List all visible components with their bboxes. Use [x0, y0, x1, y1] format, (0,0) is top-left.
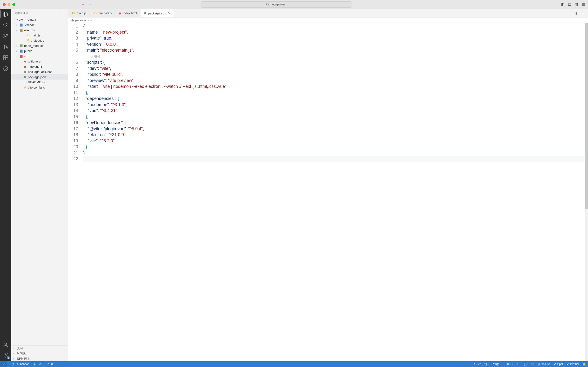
status-prettier[interactable]: ✓Prettier: [567, 362, 579, 366]
svg-point-6: [7, 34, 8, 35]
svg-rect-8: [4, 56, 5, 58]
maximize-window-button[interactable]: [12, 3, 15, 6]
tree-folder-electron[interactable]: ⌄▇electron: [11, 27, 68, 33]
section-npm-scripts[interactable]: ›NPM 脚本: [11, 356, 68, 361]
activity-explorer[interactable]: [2, 11, 9, 17]
titlebar: ← → new-project ◧ ⬓ ◨ ▦: [0, 0, 588, 9]
breadcrumb[interactable]: ⬣ package.json › ...: [68, 17, 588, 23]
search-label: new-project: [271, 3, 286, 6]
minimap-scrollbar[interactable]: [585, 23, 588, 361]
close-tab-button[interactable]: ✕: [168, 11, 171, 15]
titlebar-right: ◧ ⬓ ◨ ▦: [561, 2, 585, 7]
status-cursor-position[interactable]: 行 22，列 1: [474, 362, 489, 366]
tree-folder-vscode[interactable]: ›▇.vscode: [11, 22, 68, 27]
tree-file-vite-config[interactable]: ⚡vite.config.js: [11, 85, 68, 90]
tree-file-gitignore[interactable]: ◆.gitignore: [11, 59, 68, 64]
svg-line-3: [6, 26, 8, 27]
status-bar: Launchpad ⓧ0 ⚠0 ᯤ0 行 22，列 1 空格: 2 UTF-8 …: [0, 361, 588, 367]
svg-point-7: [6, 47, 8, 49]
window-controls: [3, 3, 15, 6]
svg-rect-10: [6, 58, 8, 60]
layout-sidebar-right-icon[interactable]: ◨: [575, 2, 578, 7]
close-window-button[interactable]: [3, 3, 6, 6]
braces-icon: { }: [523, 362, 525, 366]
activity-scm[interactable]: [2, 33, 9, 39]
svg-point-13: [5, 68, 6, 69]
tab-index-html[interactable]: ◼index.html: [115, 9, 140, 17]
tab-preload-js[interactable]: JSpreload.js: [90, 9, 115, 17]
json-file-icon: ⬣: [72, 19, 74, 22]
svg-line-1: [268, 5, 269, 6]
editor-actions: ◫ ···: [572, 9, 588, 17]
code-editor[interactable]: 12345678910111213141516171819202122 { "n…: [68, 23, 588, 361]
tab-main-js[interactable]: JSmain.js: [68, 9, 90, 17]
section-timeline[interactable]: ›时间线: [11, 351, 68, 356]
check-icon: ✓: [567, 362, 569, 366]
status-eol[interactable]: LF: [516, 362, 519, 366]
status-encoding[interactable]: UTF-8: [505, 362, 513, 366]
sidebar-more-button[interactable]: ···: [61, 11, 65, 15]
tab-package-json[interactable]: ⬣package.json✕: [140, 9, 175, 17]
svg-point-5: [4, 37, 5, 38]
tree-root[interactable]: ⌄NEW-PROJECT: [11, 17, 68, 22]
tree-folder-public[interactable]: ›▇public: [11, 48, 68, 53]
tree-folder-node-modules[interactable]: ›▇node_modules: [11, 43, 68, 48]
sidebar-header: 资源管理器 ···: [11, 9, 68, 17]
account-icon: [3, 342, 8, 348]
activity-extensions[interactable]: [2, 54, 9, 61]
editor-more-icon[interactable]: ···: [582, 11, 585, 15]
activity-accounts[interactable]: [2, 342, 9, 348]
line-numbers: 12345678910111213141516171819202122: [68, 23, 82, 361]
sidebar-title: 资源管理器: [14, 11, 28, 15]
tree-file-readme[interactable]: ⓘREADME.md: [11, 80, 68, 85]
tree-file-main-js[interactable]: JSmain.js: [11, 33, 68, 38]
tree-file-package-lock[interactable]: ⬣package-lock.json: [11, 69, 68, 74]
section-outline[interactable]: ›大纲: [11, 346, 68, 351]
svg-point-15: [5, 354, 6, 356]
activity-search[interactable]: [2, 22, 9, 28]
status-problems[interactable]: ⓧ0 ⚠0: [33, 362, 44, 366]
layout-panel-icon[interactable]: ⬓: [568, 2, 572, 7]
remote-icon: [2, 362, 5, 366]
svg-point-2: [4, 23, 7, 26]
remote-icon: [3, 66, 8, 72]
layout-customize-icon[interactable]: ▦: [582, 2, 585, 7]
editor-group: JSmain.js JSpreload.js ◼index.html ⬣pack…: [68, 9, 588, 361]
activity-remote-explorer[interactable]: [2, 65, 9, 72]
status-go-live[interactable]: ⓘGo Live: [537, 362, 550, 366]
activity-bar: 1: [0, 9, 11, 361]
svg-point-0: [266, 3, 268, 5]
status-indentation[interactable]: 空格: 2: [492, 362, 501, 366]
nav-forward-button[interactable]: →: [88, 2, 92, 7]
error-icon: ⓧ: [33, 362, 35, 366]
svg-point-12: [4, 67, 8, 71]
settings-badge: 1: [7, 356, 10, 359]
command-center[interactable]: new-project: [201, 1, 352, 8]
activity-settings[interactable]: 1: [2, 352, 9, 359]
bell-icon: 🔔: [583, 362, 586, 366]
code-content[interactable]: { "name": "new-project", "private": true…: [82, 23, 588, 361]
activity-debug[interactable]: [2, 43, 9, 50]
status-launchpad[interactable]: Launchpad: [11, 362, 29, 366]
minimap-thumb[interactable]: [585, 23, 588, 209]
broadcast-icon: ⓘ: [537, 362, 540, 366]
nav-back-button[interactable]: ←: [81, 2, 85, 7]
search-icon: [3, 22, 8, 28]
status-spell[interactable]: ✓Spell: [554, 362, 564, 366]
status-language[interactable]: { }JSON: [523, 362, 534, 366]
tree-file-package-json[interactable]: ⬣package.json: [11, 74, 68, 80]
tree-folder-src[interactable]: ›▇src: [11, 53, 68, 59]
file-tree: ⌄NEW-PROJECT ›▇.vscode ⌄▇electron JSmain…: [11, 17, 68, 345]
codelens-debug[interactable]: ▷ 调试: [83, 54, 101, 60]
svg-point-4: [4, 34, 5, 35]
warning-icon: ⚠: [39, 362, 42, 366]
split-editor-icon[interactable]: ◫: [575, 11, 578, 15]
check-icon: ✓: [554, 362, 556, 366]
minimize-window-button[interactable]: [8, 3, 10, 6]
status-ports[interactable]: ᯤ0: [48, 362, 53, 366]
tree-file-preload-js[interactable]: JSpreload.js: [11, 38, 68, 43]
status-notifications[interactable]: 🔔: [583, 362, 586, 366]
layout-sidebar-left-icon[interactable]: ◧: [561, 2, 564, 7]
remote-indicator[interactable]: [0, 361, 7, 367]
tree-file-index-html[interactable]: ◼index.html: [11, 64, 68, 69]
